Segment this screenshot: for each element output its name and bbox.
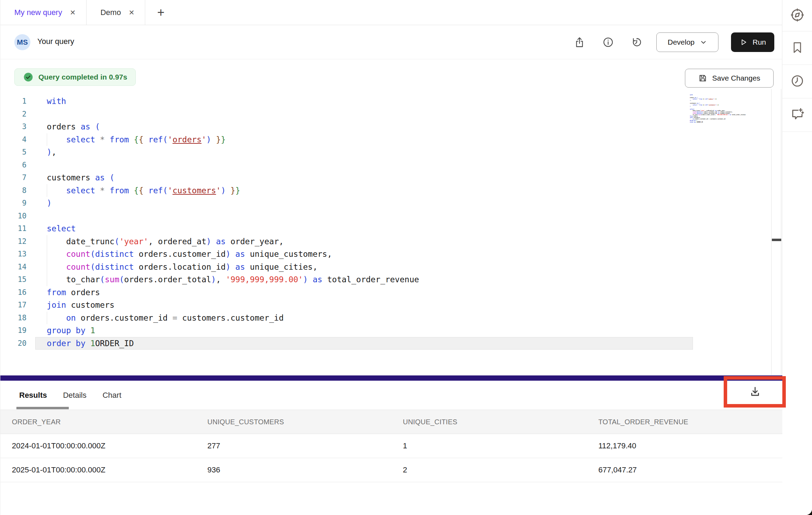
- code-line: 6: [0, 159, 782, 172]
- save-changes-button[interactable]: Save Changes: [685, 69, 774, 88]
- run-button-label: Run: [753, 38, 766, 46]
- code-line: 12 date_trunc('year', ordered_at) as ord…: [0, 235, 782, 248]
- line-number: 16: [0, 286, 27, 299]
- avatar: MS: [14, 34, 30, 50]
- code-line: 18 on orders.customer_id = customers.cus…: [0, 312, 782, 324]
- tab-label: Demo: [101, 8, 121, 17]
- table-cell: 112,179.40: [587, 441, 782, 450]
- code-text: select * from {{ ref('customers') }}: [47, 184, 240, 197]
- code-text: ),: [690, 100, 691, 101]
- code-line: 20order by 1ORDER_ID: [0, 337, 782, 350]
- results-tab-bar: ResultsDetailsChart: [0, 381, 782, 410]
- share-icon[interactable]: [570, 33, 589, 51]
- code-text: order by 1ORDER_ID: [47, 337, 134, 350]
- code-text: on orders.customer_id = customers.custom…: [47, 312, 284, 324]
- line-number: 13: [0, 248, 27, 261]
- table-cell: 2024-01-01T00:00:00.000Z: [0, 441, 196, 450]
- code-line: 10: [0, 210, 782, 223]
- download-icon: [748, 385, 762, 399]
- code-text: to_char(sum(orders.order_total), '999,99…: [690, 114, 746, 115]
- plus-icon[interactable]: +: [145, 0, 177, 25]
- minimap-content: 1with23orders as (4 select * from {{ ref…: [690, 94, 749, 123]
- right-sidebar: [782, 0, 812, 515]
- results-tab-chart[interactable]: Chart: [103, 391, 121, 400]
- main-pane: My new query✕Demo✕+ MS Your query Develo…: [0, 0, 782, 515]
- tab-label: My new query: [14, 8, 62, 17]
- line-number: 7: [0, 171, 27, 184]
- query-status-text: Query completed in 0.97s: [38, 73, 127, 81]
- code-line: 8 select * from {{ ref('customers') }}: [0, 184, 782, 197]
- line-number: 15: [0, 273, 27, 286]
- results-tab-results[interactable]: Results: [19, 391, 47, 400]
- line-number: 17: [0, 299, 27, 312]
- tab-bar: My new query✕Demo✕+: [0, 0, 782, 25]
- tab-demo[interactable]: Demo✕: [87, 0, 145, 25]
- table-row: 2025-01-01T00:00:00.000Z9362677,047.27: [0, 458, 782, 482]
- line-number: 11: [0, 222, 27, 235]
- table-cell: 677,047.27: [587, 465, 782, 475]
- sidebar-item-chat-sparkles[interactable]: [782, 98, 812, 132]
- sidebar-item-compass[interactable]: [782, 0, 812, 31]
- code-line: 17join customers: [0, 299, 782, 312]
- active-tab-underline: [16, 407, 69, 409]
- line-number: 18: [0, 312, 27, 324]
- code-text: join customers: [47, 299, 115, 312]
- table-cell: 2025-01-01T00:00:00.000Z: [0, 465, 196, 475]
- table-cell: 1: [391, 441, 587, 450]
- code-text: orders as (: [47, 120, 100, 133]
- code-line: 16from orders: [0, 286, 782, 299]
- code-text: ): [690, 106, 691, 107]
- column-header-order-year: ORDER_YEAR: [0, 418, 196, 426]
- line-number: 19: [0, 324, 27, 337]
- line-number: 10: [0, 210, 27, 223]
- code-text: ),: [47, 146, 57, 159]
- code-line: 19group by 1: [0, 324, 782, 337]
- code-line: 3orders as (: [0, 120, 782, 133]
- code-line: 2: [0, 108, 782, 121]
- tab-my-new-query[interactable]: My new query✕: [0, 0, 87, 25]
- code-line: 11select: [0, 222, 782, 235]
- column-header-unique-customers: UNIQUE_CUSTOMERS: [196, 418, 391, 426]
- code-text: to_char(sum(orders.order_total), '999,99…: [47, 273, 419, 286]
- develop-button[interactable]: Develop: [656, 32, 718, 52]
- bookmark-icon: [790, 40, 804, 56]
- status-row: Query completed in 0.97s Save Changes: [0, 59, 782, 89]
- scrollbar-handle[interactable]: [772, 239, 781, 241]
- run-button[interactable]: Run: [731, 32, 774, 52]
- line-number: 12: [0, 235, 27, 248]
- sql-editor[interactable]: 1with23orders as (4 select * from {{ ref…: [0, 89, 782, 375]
- column-header-total-order-revenue: TOTAL_ORDER_REVENUE: [587, 418, 782, 426]
- column-header-unique-cities: UNIQUE_CITIES: [391, 418, 587, 426]
- table-row: 2024-01-01T00:00:00.000Z2771112,179.40: [0, 434, 782, 458]
- code-line: 13 count(distinct orders.customer_id) as…: [0, 248, 782, 261]
- line-number: 14: [0, 261, 27, 274]
- code-line: 9): [0, 197, 782, 210]
- floppy-icon: [698, 74, 707, 83]
- code-area[interactable]: 1with23orders as (4 select * from {{ ref…: [0, 95, 782, 350]
- sidebar-item-clock[interactable]: [782, 65, 812, 98]
- code-text: select * from {{ ref('customers') }}: [690, 104, 719, 106]
- close-icon[interactable]: ✕: [128, 8, 134, 17]
- line-number: 5: [0, 146, 27, 159]
- close-icon[interactable]: ✕: [70, 8, 76, 17]
- line-number: 9: [0, 197, 27, 210]
- table-cell: 277: [196, 441, 391, 450]
- editor-minimap[interactable]: 1with23orders as (4 select * from {{ ref…: [690, 94, 749, 133]
- line-number: 1: [0, 95, 27, 108]
- sidebar-item-bookmark[interactable]: [782, 31, 812, 65]
- line-number: 8: [0, 184, 27, 197]
- code-line: 15 to_char(sum(orders.order_total), '999…: [0, 273, 782, 286]
- line-number: 3: [0, 120, 27, 133]
- query-header: MS Your query Develop Run: [0, 25, 782, 59]
- download-results-button[interactable]: [748, 385, 762, 399]
- code-text: date_trunc('year', ordered_at) as order_…: [47, 235, 284, 248]
- line-number: 2: [0, 108, 27, 121]
- code-line: 4 select * from {{ ref('orders') }}: [0, 133, 782, 146]
- panel-resize-divider[interactable]: [0, 375, 782, 381]
- results-tab-details[interactable]: Details: [63, 391, 86, 400]
- table-cell: 936: [196, 465, 391, 475]
- history-icon[interactable]: [628, 33, 646, 51]
- editor-scrollbar[interactable]: [771, 89, 781, 375]
- line-number: 6: [0, 159, 27, 172]
- info-icon[interactable]: [599, 33, 617, 51]
